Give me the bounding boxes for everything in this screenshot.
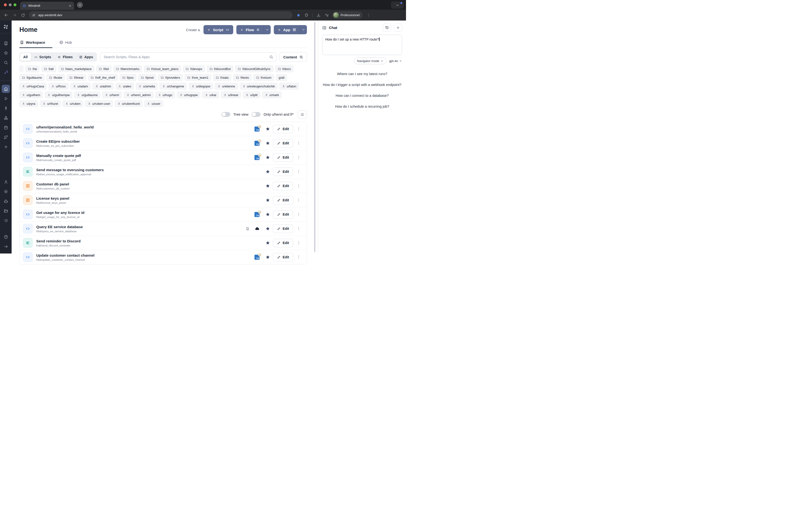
- user-chip[interactable]: u/hugo: [155, 92, 175, 98]
- folder-chip[interactable]: f/devops: [183, 65, 205, 72]
- folder-chip[interactable]: f/off_the_shelf: [88, 74, 117, 81]
- url-text[interactable]: app.windmill.dev: [38, 13, 62, 17]
- segment-flows[interactable]: Flows: [54, 53, 76, 61]
- chat-new-button[interactable]: [394, 24, 402, 32]
- bookmark-star-icon[interactable]: [296, 13, 301, 17]
- user-chip[interactable]: u/Ross: [49, 83, 68, 90]
- chat-suggestion[interactable]: How do I trigger a script with a webhook…: [323, 83, 401, 87]
- browser-profile-chip[interactable]: Professionnel: [332, 11, 362, 19]
- folder-chip[interactable]: f/providers: [158, 74, 183, 81]
- sidebar-item-expand[interactable]: [2, 242, 10, 250]
- sidebar-item-audit-logs[interactable]: [2, 216, 10, 225]
- edit-button[interactable]: Edit: [273, 182, 293, 190]
- chat-input[interactable]: How do I set up a new HTTP route?: [322, 35, 402, 55]
- item-menu-button[interactable]: [294, 226, 303, 231]
- edit-button[interactable]: Edit: [273, 153, 293, 162]
- user-chip[interactable]: u/changeme: [159, 83, 187, 90]
- folder-chip[interactable]: f/all: [41, 65, 56, 72]
- user-chip[interactable]: u/faton: [280, 83, 299, 90]
- blank-chip[interactable]: [19, 65, 23, 72]
- sidebar-item-workers[interactable]: [2, 197, 10, 205]
- user-chip[interactable]: u/rubenfiszel: [115, 100, 143, 107]
- item-title[interactable]: Get usage for any licence id: [36, 211, 84, 215]
- user-chip[interactable]: u/guilhem: [19, 92, 43, 98]
- folder-chip[interactable]: f/discordBot: [207, 65, 234, 72]
- sidebar-item-runs[interactable]: [2, 95, 10, 103]
- segment-apps[interactable]: Apps: [76, 53, 96, 61]
- user-chip[interactable]: u/HugoCasa: [19, 83, 47, 90]
- sidebar-item-add[interactable]: [2, 143, 10, 151]
- item-menu-button[interactable]: [294, 184, 303, 188]
- tree-view-toggle[interactable]: [221, 112, 230, 117]
- create-flow-button[interactable]: Flow: [236, 25, 271, 34]
- user-chip[interactable]: u/lplit: [243, 92, 260, 98]
- sidebar-item-settings[interactable]: [2, 187, 10, 195]
- user-chip[interactable]: u/admin: [93, 83, 114, 90]
- chat-history-button[interactable]: [383, 24, 391, 32]
- media-controls-icon[interactable]: [324, 13, 329, 17]
- search-input[interactable]: [103, 55, 269, 59]
- edit-button[interactable]: Edit: [273, 210, 293, 219]
- item-menu-button[interactable]: [294, 169, 303, 174]
- tune-icon[interactable]: [32, 13, 36, 17]
- reload-icon[interactable]: [21, 13, 25, 17]
- favorite-star[interactable]: [263, 126, 273, 131]
- edit-button[interactable]: Edit: [273, 253, 293, 254]
- download-icon[interactable]: [316, 13, 321, 17]
- folder-chip[interactable]: f/linear: [67, 74, 86, 81]
- folder-chip[interactable]: f/guillaume: [19, 74, 45, 81]
- new-tab-button[interactable]: [77, 2, 83, 8]
- folder-chip[interactable]: f/tests: [233, 74, 252, 81]
- favorite-star[interactable]: [263, 169, 273, 174]
- display-settings-button[interactable]: [298, 110, 307, 119]
- chat-model-select[interactable]: gpt-4o: [389, 59, 402, 63]
- edit-button[interactable]: Edit: [273, 225, 293, 233]
- app-dropdown[interactable]: [300, 25, 307, 34]
- user-chip[interactable]: u/pyra: [19, 100, 38, 107]
- item-menu-button[interactable]: [294, 212, 303, 217]
- chat-suggestion[interactable]: How do I schedule a recurring job?: [335, 105, 389, 108]
- sidebar-item-ai[interactable]: [2, 68, 10, 76]
- folder-chip[interactable]: f/aws_marketplace: [58, 65, 94, 72]
- folder-chip[interactable]: f/poc: [120, 74, 136, 81]
- item-title[interactable]: Create EE/pro subscriber: [36, 139, 80, 144]
- browser-tab[interactable]: Windmill: [20, 2, 74, 10]
- item-title[interactable]: Update customer contact channel: [36, 253, 95, 254]
- favorite-star[interactable]: [263, 183, 273, 188]
- folder-chip[interactable]: f/ai: [26, 65, 39, 72]
- sidebar-item-favorites[interactable]: [2, 49, 10, 57]
- favorite-star[interactable]: [263, 226, 273, 231]
- user-chip[interactable]: u/etienne: [215, 83, 238, 90]
- create-app-button[interactable]: App: [274, 25, 307, 34]
- favorite-star[interactable]: [263, 198, 273, 203]
- user-chip[interactable]: u/exteugenchubchik: [240, 83, 278, 90]
- user-chip[interactable]: u/guillaume: [74, 92, 100, 98]
- user-chip[interactable]: u/henri_admin: [124, 92, 153, 98]
- user-chip[interactable]: u/kai: [202, 92, 219, 98]
- user-chip[interactable]: u/adam: [70, 83, 91, 90]
- back-arrow-icon[interactable]: [4, 13, 8, 17]
- favorite-star[interactable]: [263, 240, 273, 245]
- tab-close-icon[interactable]: [68, 4, 72, 7]
- user-chip[interactable]: u/user: [144, 100, 163, 107]
- favorite-star[interactable]: [263, 212, 273, 217]
- search-box[interactable]: [100, 52, 276, 62]
- sidebar-item-triggers[interactable]: [2, 133, 10, 141]
- tab-hub[interactable]: Hub: [59, 40, 74, 48]
- panel-collapse-icon[interactable]: [322, 25, 326, 30]
- group-chip[interactable]: g/all: [276, 74, 287, 81]
- user-chip[interactable]: u/rfiszel: [40, 100, 61, 107]
- user-chip[interactable]: u/henri: [102, 92, 122, 98]
- item-title[interactable]: License keys panel: [36, 196, 69, 201]
- favorite-star[interactable]: [263, 155, 273, 160]
- user-chip[interactable]: u/amelia: [136, 83, 158, 90]
- extensions-puzzle-icon[interactable]: [305, 13, 309, 17]
- item-menu-button[interactable]: [294, 241, 303, 245]
- edit-button[interactable]: Edit: [273, 239, 293, 247]
- item-menu-button[interactable]: [294, 155, 303, 160]
- item-title[interactable]: Query EE service database: [36, 225, 83, 229]
- tab-workspace[interactable]: Workspace: [19, 40, 47, 48]
- sidebar-item-workspace[interactable]: [2, 39, 10, 47]
- sidebar-item-help[interactable]: [2, 233, 10, 241]
- sidebar-item-folders[interactable]: [2, 207, 10, 215]
